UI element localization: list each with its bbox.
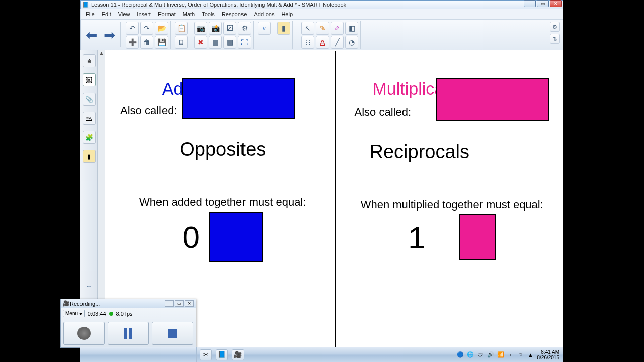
insert-image-button[interactable]: 🖼 bbox=[223, 22, 236, 35]
attachments-tab[interactable]: 📎 bbox=[83, 93, 96, 106]
screen-shade-button[interactable]: ▦ bbox=[209, 36, 222, 49]
highlighter-tool[interactable]: ✐ bbox=[331, 22, 344, 35]
rec-menu-dropdown[interactable]: Menu ▾ bbox=[63, 310, 85, 317]
text-tool[interactable]: A bbox=[316, 36, 329, 49]
record-button[interactable] bbox=[63, 322, 105, 345]
tray-chevron-icon[interactable]: ▲ bbox=[527, 351, 534, 358]
addons-tab[interactable]: 🧩 bbox=[83, 131, 96, 144]
rec-minimize-button[interactable]: — bbox=[165, 300, 174, 307]
cancel-button[interactable]: ✖ bbox=[194, 36, 207, 49]
tray-icon-4[interactable]: 🔊 bbox=[487, 351, 494, 358]
rec-time: 0:03:44 bbox=[88, 311, 106, 317]
taskbar: ✂ 📘 🎥 🔵 🌐 🛡 🔊 📶 ▫ 🏳 ▲ 8:41 AM 8/26/2015 bbox=[80, 347, 564, 362]
menu-edit[interactable]: Edit bbox=[99, 10, 114, 18]
undo-button[interactable]: ↶ bbox=[126, 22, 139, 35]
expand-toolbar-icon[interactable]: ⇅ bbox=[550, 34, 560, 44]
tray-icon-2[interactable]: 🌐 bbox=[467, 351, 474, 358]
right-rule: When multiplied together must equal: bbox=[345, 198, 560, 211]
task-snip-icon[interactable]: ✂ bbox=[200, 349, 212, 360]
creative-pen-tool[interactable]: ⫶⫶ bbox=[301, 36, 314, 49]
response-tab[interactable]: ▮ bbox=[83, 150, 96, 163]
menu-insert[interactable]: Insert bbox=[134, 10, 154, 18]
rec-restore-button[interactable]: ▭ bbox=[175, 300, 184, 307]
camera-icon: 🎥 bbox=[63, 300, 70, 307]
tray-icon-3[interactable]: 🛡 bbox=[477, 351, 484, 358]
save-button[interactable]: 💾 bbox=[155, 36, 168, 49]
menu-response[interactable]: Response bbox=[219, 10, 250, 18]
recording-title: Recording... bbox=[70, 301, 164, 307]
menu-math[interactable]: Math bbox=[180, 10, 198, 18]
collapse-handle-icon[interactable]: ↔ bbox=[86, 283, 92, 290]
menu-tools[interactable]: Tools bbox=[199, 10, 218, 18]
menu-format[interactable]: Format bbox=[155, 10, 179, 18]
rec-status-icon bbox=[109, 312, 113, 316]
tray-icon-5[interactable]: 📶 bbox=[497, 351, 504, 358]
response-button[interactable]: ▮ bbox=[277, 22, 290, 35]
right-column: Multiplicative Inverse Also called: Reci… bbox=[335, 51, 564, 347]
system-tray: 🔵 🌐 🛡 🔊 📶 ▫ 🏳 ▲ 8:41 AM 8/26/2015 bbox=[454, 349, 564, 360]
line-tool[interactable]: ╱ bbox=[331, 36, 344, 49]
shape-tool[interactable]: ◔ bbox=[345, 36, 358, 49]
left-result-cover[interactable] bbox=[209, 212, 263, 262]
window-title: Lesson 11 - Reciprocal & Mult Inverse, O… bbox=[91, 2, 562, 8]
left-rule: When added together must equal: bbox=[115, 196, 331, 209]
delete-button[interactable]: 🗑 bbox=[140, 36, 153, 49]
maximize-button[interactable]: ▭ bbox=[537, 0, 549, 7]
rec-close-button[interactable]: ✕ bbox=[185, 300, 194, 307]
paste-button[interactable]: 📋 bbox=[175, 22, 188, 35]
open-button[interactable]: 📂 bbox=[155, 22, 168, 35]
task-recorder-icon[interactable]: 🎥 bbox=[232, 349, 244, 360]
tray-icon-1[interactable]: 🔵 bbox=[457, 351, 464, 358]
add-page-button[interactable]: ➕ bbox=[126, 36, 139, 49]
menu-view[interactable]: View bbox=[115, 10, 133, 18]
table-button[interactable]: ▤ bbox=[223, 36, 236, 49]
close-button[interactable]: ✕ bbox=[550, 0, 562, 7]
menubar: File Edit View Insert Format Math Tools … bbox=[80, 9, 564, 19]
gear-button[interactable]: ⚙ bbox=[238, 22, 251, 35]
tray-flag-icon[interactable]: 🏳 bbox=[517, 351, 524, 358]
right-word: Reciprocals bbox=[370, 141, 560, 163]
app-icon: 📘 bbox=[82, 1, 89, 8]
left-cover-rect[interactable] bbox=[182, 78, 295, 119]
right-cover-rect[interactable] bbox=[436, 78, 549, 121]
right-also-called-label: Also called: bbox=[355, 106, 412, 119]
recording-widget[interactable]: 🎥 Recording... — ▭ ✕ Menu ▾ 0:03:44 8.0 … bbox=[60, 299, 196, 348]
menu-help[interactable]: Help bbox=[278, 10, 296, 18]
select-tool[interactable]: ↖ bbox=[301, 22, 314, 35]
prev-page-button[interactable]: ⬅ bbox=[83, 25, 99, 45]
redo-button[interactable]: ↷ bbox=[140, 22, 153, 35]
minimize-button[interactable]: — bbox=[524, 0, 536, 7]
math-button[interactable]: π bbox=[258, 22, 271, 35]
menu-addons[interactable]: Add-ons bbox=[251, 10, 277, 18]
page-sorter-tab[interactable]: 🗎 bbox=[83, 54, 96, 67]
right-result: 1 bbox=[408, 220, 425, 255]
exit-full-button[interactable]: ⛶ bbox=[238, 36, 251, 49]
toolbar: ⬅ ➡ ↶ ↷ 📂 ➕ 🗑 💾 📋 🖥 📷 bbox=[80, 19, 564, 50]
tray-clock[interactable]: 8:41 AM 8/26/2015 bbox=[537, 349, 561, 360]
task-notebook-icon[interactable]: 📘 bbox=[216, 349, 228, 360]
left-word: Opposites bbox=[115, 139, 331, 160]
screen-capture-button[interactable]: 🖥 bbox=[175, 36, 188, 49]
next-page-button[interactable]: ➡ bbox=[101, 25, 117, 45]
right-result-cover[interactable] bbox=[459, 214, 496, 260]
eraser-tool[interactable]: ◧ bbox=[345, 22, 358, 35]
properties-tab[interactable]: ≡A bbox=[83, 112, 96, 125]
rec-fps: 8.0 fps bbox=[116, 311, 133, 317]
left-result: 0 bbox=[183, 219, 200, 255]
camera-button[interactable]: 📸 bbox=[209, 22, 222, 35]
pen-tool[interactable]: ✎ bbox=[316, 22, 329, 35]
settings-icon[interactable]: ⚙ bbox=[550, 22, 560, 32]
gallery-tab[interactable]: 🖼 bbox=[83, 73, 96, 86]
menu-file[interactable]: File bbox=[83, 10, 98, 18]
doc-camera-button[interactable]: 📷 bbox=[194, 22, 207, 35]
window-titlebar: 📘 Lesson 11 - Reciprocal & Mult Inverse,… bbox=[80, 0, 564, 9]
stop-button[interactable] bbox=[152, 322, 193, 345]
left-also-called-label: Also called: bbox=[120, 104, 177, 117]
pause-button[interactable] bbox=[108, 322, 149, 345]
tray-board-icon[interactable]: ▫ bbox=[507, 351, 514, 358]
